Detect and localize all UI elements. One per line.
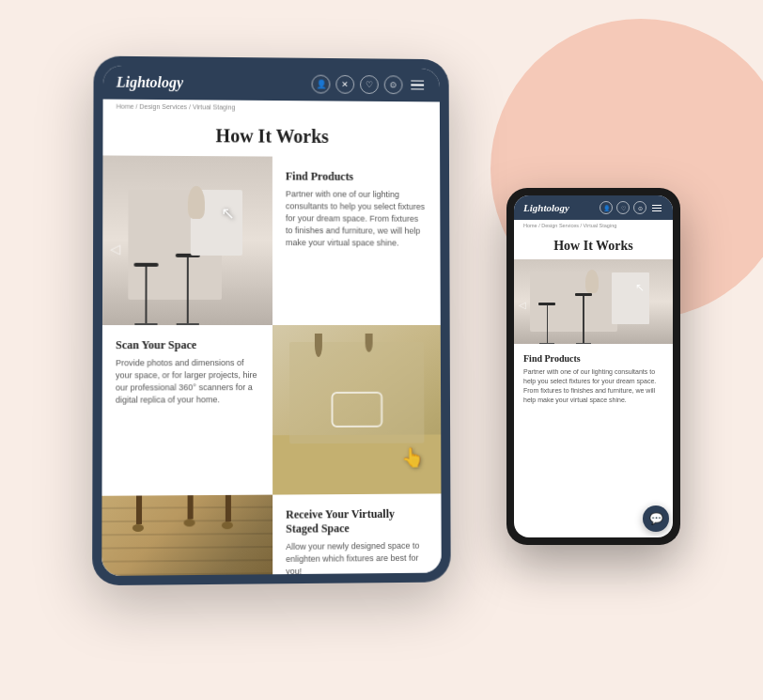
menu-icon[interactable] bbox=[408, 76, 427, 95]
scan-rectangle bbox=[331, 392, 382, 428]
tablet-nav-icons: 👤 ✕ ♡ ⊙ bbox=[312, 75, 428, 95]
tablet-frame: Lightology 👤 ✕ ♡ ⊙ Home / Design Service… bbox=[92, 56, 451, 586]
phone-breadcrumb: Home / Design Services / Virtual Staging bbox=[514, 220, 673, 231]
phone-logo: Lightology bbox=[523, 202, 569, 213]
tablet-screen: Lightology 👤 ✕ ♡ ⊙ Home / Design Service… bbox=[101, 66, 441, 576]
phone-text-section: Find Products Partner with one of our li… bbox=[514, 344, 673, 415]
scan-space-text-cell: Scan Your Space Provide photos and dimen… bbox=[101, 325, 272, 496]
receive-space-body: Allow your newly designed space to enlig… bbox=[286, 540, 428, 576]
phone-cart-icon[interactable]: ⊙ bbox=[633, 201, 646, 214]
kitchen-scene: 👆 bbox=[272, 325, 441, 495]
tablet-content: ◁ ↖ Find Products Partner with one of ou… bbox=[101, 155, 441, 575]
interior-scene bbox=[101, 495, 272, 576]
close-icon[interactable]: ✕ bbox=[335, 75, 354, 94]
phone-cursor-icon: ↖ bbox=[635, 281, 645, 295]
find-products-title: Find Products bbox=[286, 170, 428, 185]
stool-image-cell: ◁ ↖ bbox=[102, 155, 272, 325]
tablet-logo: Lightology bbox=[117, 74, 183, 92]
phone-find-products-body: Partner with one of our lighting consult… bbox=[523, 367, 663, 406]
find-products-text-cell: Find Products Partner with one of our li… bbox=[272, 157, 441, 325]
receive-space-title: Receive Your Virtually Staged Space bbox=[286, 507, 428, 537]
cart-icon[interactable]: ⊙ bbox=[384, 75, 403, 94]
phone-menu-icon[interactable] bbox=[650, 201, 663, 214]
chat-bubble-button[interactable]: 💬 bbox=[643, 506, 669, 532]
tablet-device: Lightology 👤 ✕ ♡ ⊙ Home / Design Service… bbox=[94, 56, 451, 583]
chat-icon: 💬 bbox=[649, 512, 663, 526]
scan-space-title: Scan Your Space bbox=[116, 338, 259, 352]
kitchen-image-cell: 👆 bbox=[272, 325, 441, 495]
phone-device: Lightology 👤 ♡ ⊙ Home / Design Services … bbox=[506, 188, 680, 545]
phone-arrow-icon: ◁ bbox=[519, 300, 526, 310]
phone-stool-scene: ◁ ↖ bbox=[514, 259, 673, 344]
phone-find-products-title: Find Products bbox=[523, 353, 663, 364]
stool-scene: ◁ ↖ bbox=[102, 155, 272, 325]
phone-page-title: How It Works bbox=[514, 231, 673, 259]
phone-screen: Lightology 👤 ♡ ⊙ Home / Design Services … bbox=[514, 195, 673, 537]
hand-cursor-icon: 👆 bbox=[401, 446, 425, 469]
find-products-body: Partner with one of our lighting consult… bbox=[286, 188, 428, 249]
phone-frame: Lightology 👤 ♡ ⊙ Home / Design Services … bbox=[506, 188, 680, 545]
tablet-navbar: Lightology 👤 ✕ ♡ ⊙ bbox=[103, 66, 440, 102]
phone-nav-icons: 👤 ♡ ⊙ bbox=[600, 201, 663, 214]
interior-image-cell bbox=[101, 495, 272, 576]
phone-content: ◁ ↖ Find Products Partner with one of ou… bbox=[514, 259, 673, 537]
phone-navbar: Lightology 👤 ♡ ⊙ bbox=[514, 195, 673, 220]
phone-person-icon[interactable]: 👤 bbox=[600, 201, 613, 214]
receive-space-text-cell: Receive Your Virtually Staged Space Allo… bbox=[272, 493, 442, 576]
tablet-page-title: How It Works bbox=[102, 113, 440, 157]
arrow-left-icon: ◁ bbox=[110, 241, 120, 257]
person-icon[interactable]: 👤 bbox=[312, 75, 331, 94]
heart-icon[interactable]: ♡ bbox=[360, 75, 379, 94]
tablet-grid: ◁ ↖ Find Products Partner with one of ou… bbox=[101, 155, 441, 575]
phone-stool-image: ◁ ↖ bbox=[514, 259, 673, 344]
cursor-icon: ↖ bbox=[221, 203, 235, 224]
scan-space-body: Provide photos and dimensions of your sp… bbox=[116, 357, 259, 407]
phone-heart-icon[interactable]: ♡ bbox=[616, 201, 630, 214]
